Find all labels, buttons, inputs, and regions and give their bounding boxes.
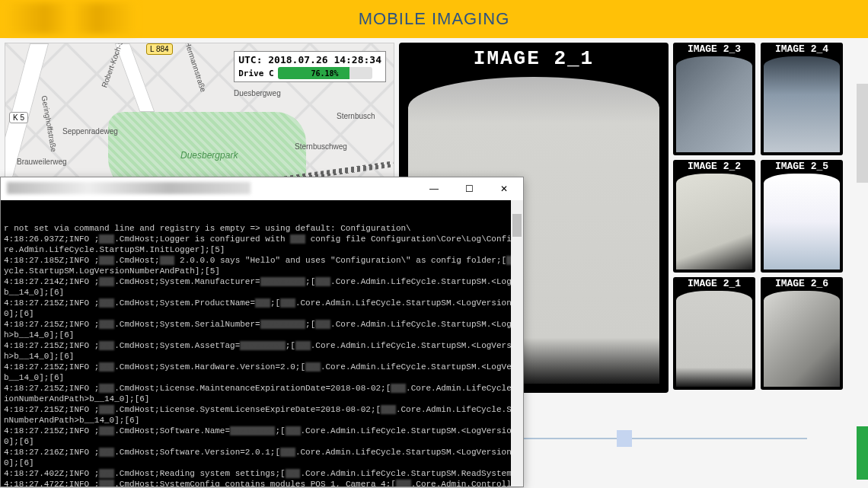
console-line: 0];[6] <box>4 458 520 468</box>
drive-percent: 76.18% <box>311 69 338 78</box>
console-line: r not set via command line and registry … <box>4 223 520 234</box>
map-status-box: UTC: 2018.07.26 14:28:34 Drive C 76.18% <box>234 51 386 82</box>
console-line: 4:18:27.215Z;INFO ;xxx.CmdHost;Software.… <box>4 426 520 436</box>
console-line: 4:18:27.216Z;INFO ;xxx.CmdHost;Software.… <box>4 447 520 458</box>
console-line: 4:18:27.472Z;INFO ;xxx.CmdHost;SystemCon… <box>4 479 520 486</box>
thumbnail[interactable]: IMAGE 2_5 <box>761 160 843 273</box>
thumb-label: IMAGE 2_2 <box>673 161 755 172</box>
scrollbar-thumb[interactable] <box>512 214 522 237</box>
road-badge-k5: K 5 <box>9 112 28 123</box>
app-header: MOBILE IMAGING <box>0 0 868 38</box>
console-line: nNumberAndPath>b__14_0];[6] <box>4 415 520 426</box>
thumbnail[interactable]: IMAGE 2_1 <box>673 277 755 390</box>
thumb-label: IMAGE 2_1 <box>673 278 755 289</box>
slider-handle[interactable] <box>617 430 632 447</box>
street-label: Sternbuschweg <box>295 142 347 151</box>
main-image-label: IMAGE 2_1 <box>399 47 669 70</box>
minimize-button[interactable]: — <box>416 178 452 199</box>
drive-status: Drive C 76.18% <box>238 67 381 79</box>
console-line: 4:18:27.402Z;INFO ;xxx.CmdHost;Reading s… <box>4 468 520 479</box>
header-logo <box>6 3 136 33</box>
thumbnail[interactable]: IMAGE 2_2 <box>673 160 755 273</box>
console-line: 4:18:27.185Z;INFO ;xxx.CmdHost;xxx 2.0.0… <box>4 255 520 266</box>
console-line: 4:18:27.215Z;INFO ;xxx.CmdHost;System.As… <box>4 340 520 351</box>
drive-usage-bar: 76.18% <box>278 67 372 79</box>
close-button[interactable]: ✕ <box>487 178 522 199</box>
console-line: ionNumberAndPath>b__14_0];[6] <box>4 394 520 404</box>
console-line: re.Admin.LifeCycle.StartupSM.InitLogger]… <box>4 244 520 255</box>
console-line: h>b__14_0];[6] <box>4 330 520 340</box>
app-title: MOBILE IMAGING <box>359 9 510 29</box>
console-output[interactable]: r not set via command line and registry … <box>1 200 523 486</box>
console-line: 4:18:27.215Z;INFO ;xxx.CmdHost;License.M… <box>4 383 520 394</box>
console-line: 4:18:27.214Z;INFO ;xxx.CmdHost;System.Ma… <box>4 276 520 287</box>
street-label: Sternbusch <box>337 112 375 120</box>
console-scrollbar[interactable] <box>511 200 523 486</box>
console-line: 4:18:27.215Z;INFO ;xxx.CmdHost;System.Se… <box>4 319 520 330</box>
thumbnail[interactable]: IMAGE 2_3 <box>673 43 755 155</box>
street-label: Brauweilerweg <box>17 158 67 166</box>
thumbnail[interactable]: IMAGE 2_6 <box>761 277 843 390</box>
thumb-label: IMAGE 2_4 <box>761 43 843 55</box>
console-line: 4:18:26.937Z;INFO ;xxx.CmdHost;Logger is… <box>4 234 520 244</box>
console-line: ycle.StartupSM.LogVersionNumberAndPath];… <box>4 266 520 276</box>
console-line: 4:18:27.215Z;INFO ;xxx.CmdHost;System.Pr… <box>4 298 520 308</box>
console-line: 4:18:27.215Z;INFO ;xxx.CmdHost;System.Ha… <box>4 362 520 372</box>
console-line: 4:18:27.215Z;INFO ;xxx.CmdHost;License.S… <box>4 404 520 415</box>
thumbnail[interactable]: IMAGE 2_4 <box>761 43 843 155</box>
street-label: Seppenradeweg <box>62 127 118 136</box>
road-badge-l884: L 884 <box>146 43 173 55</box>
maximize-button[interactable]: ☐ <box>452 178 487 199</box>
thumb-label: IMAGE 2_6 <box>761 278 843 289</box>
console-title <box>7 182 251 194</box>
console-line: 0];[6] <box>4 436 520 447</box>
side-indicator-grey[interactable] <box>857 84 868 183</box>
console-line: b__14_0];[6] <box>4 287 520 298</box>
street-label: Duesbergweg <box>234 89 281 97</box>
map-park-label: Duesbergpark <box>180 150 238 161</box>
thumb-label: IMAGE 2_5 <box>761 161 843 172</box>
console-line: 0];[6] <box>4 308 520 319</box>
side-indicator-green[interactable] <box>857 426 868 480</box>
drive-label: Drive C <box>238 69 273 78</box>
console-window[interactable]: — ☐ ✕ r not set via command line and reg… <box>0 177 524 487</box>
thumb-label: IMAGE 2_3 <box>673 43 755 55</box>
console-titlebar[interactable]: — ☐ ✕ <box>1 177 523 200</box>
console-line: b__14_0];[6] <box>4 372 520 383</box>
console-line: h>b__14_0];[6] <box>4 351 520 362</box>
utc-timestamp: UTC: 2018.07.26 14:28:34 <box>238 54 381 67</box>
